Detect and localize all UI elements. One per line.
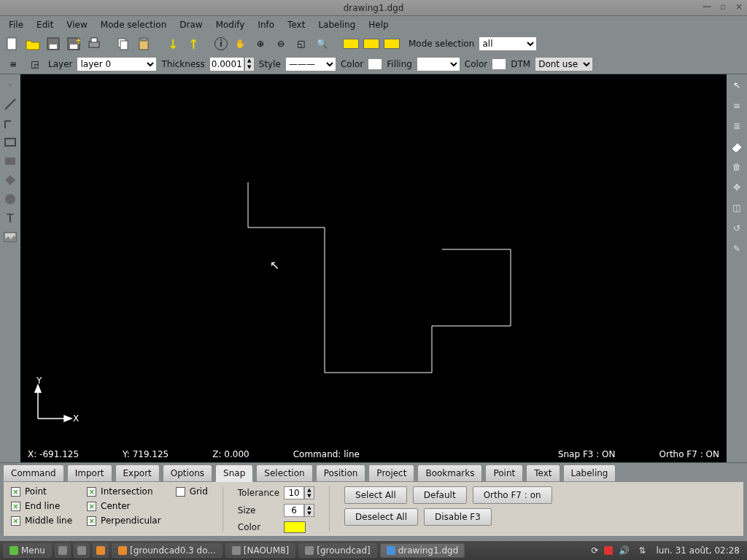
- snap-perpendicular-checkbox[interactable]: ×Perpendicular: [87, 516, 161, 526]
- diamond-tool-icon[interactable]: [2, 172, 18, 188]
- size-input[interactable]: [284, 504, 304, 517]
- rect-outline-tool-icon[interactable]: [2, 134, 18, 150]
- image-tool-icon[interactable]: [2, 229, 18, 245]
- taskbar-item-1[interactable]: [NAOUM8]: [225, 543, 296, 558]
- size-up[interactable]: ▲: [305, 505, 314, 510]
- tab-options[interactable]: Options: [163, 464, 212, 481]
- zoom-extents-icon[interactable]: ◱: [293, 36, 309, 52]
- taskbar-item-0[interactable]: [groundcad0.3 do...: [112, 543, 222, 558]
- thickness-up[interactable]: ▲: [245, 58, 254, 64]
- tab-snap[interactable]: Snap: [215, 464, 253, 482]
- menu-info[interactable]: Info: [252, 18, 280, 32]
- color-swatch[interactable]: [368, 58, 382, 70]
- tab-command[interactable]: Command: [3, 464, 64, 481]
- tab-import[interactable]: Import: [67, 464, 112, 481]
- quicklaunch-firefox-icon[interactable]: [93, 543, 109, 558]
- redo-icon[interactable]: ↑: [185, 36, 201, 52]
- snap-endline-checkbox[interactable]: ×End line: [11, 501, 72, 511]
- print-icon[interactable]: [86, 36, 102, 52]
- tolerance-down[interactable]: ▼: [305, 493, 314, 499]
- disable-f3-button[interactable]: Disable F3: [424, 508, 492, 526]
- layers-icon[interactable]: ≡: [729, 98, 745, 114]
- menu-mode-selection[interactable]: Mode selection: [95, 18, 172, 32]
- style-dropdown[interactable]: ———: [285, 57, 336, 71]
- layer-dropdown[interactable]: layer 0: [77, 57, 157, 71]
- rotate-icon[interactable]: ↺: [729, 220, 745, 236]
- taskbar-item-2[interactable]: [groundcad]: [298, 543, 376, 558]
- copy-icon[interactable]: [115, 36, 131, 52]
- circle-tool-icon[interactable]: [2, 191, 18, 207]
- select-arrow-icon[interactable]: ↖: [729, 77, 745, 93]
- zoom-out-icon[interactable]: ⊖: [273, 36, 289, 52]
- fill-color-swatch[interactable]: [492, 58, 506, 70]
- trash-icon[interactable]: 🗑: [729, 159, 745, 175]
- menu-draw[interactable]: Draw: [174, 18, 208, 32]
- size-down[interactable]: ▼: [305, 510, 314, 516]
- filling-dropdown[interactable]: [417, 57, 460, 71]
- tab-project[interactable]: Project: [368, 464, 414, 481]
- ruler3-icon[interactable]: [384, 39, 400, 49]
- ruler2-icon[interactable]: [363, 39, 379, 49]
- open-icon[interactable]: [25, 36, 41, 52]
- menu-modify[interactable]: Modify: [210, 18, 251, 32]
- line-tool-icon[interactable]: [2, 96, 18, 112]
- maximize-button[interactable]: ▫: [718, 1, 728, 12]
- minimize-button[interactable]: —: [702, 1, 712, 12]
- polyline-tool-icon[interactable]: [2, 115, 18, 131]
- zoom-window-icon[interactable]: 🔍: [314, 36, 330, 52]
- ruler1-icon[interactable]: [343, 39, 359, 49]
- measure-icon[interactable]: ✎: [729, 241, 745, 257]
- move-icon[interactable]: ✥: [729, 179, 745, 195]
- snap-grid-checkbox[interactable]: Grid: [176, 486, 208, 497]
- tab-position[interactable]: Position: [316, 464, 366, 481]
- layer-icon[interactable]: ◲: [26, 57, 44, 71]
- stack-icon[interactable]: ≣: [729, 118, 745, 134]
- tab-text[interactable]: Text: [526, 464, 560, 481]
- ortho-toggle-button[interactable]: Ortho F7 : on: [473, 486, 552, 504]
- mode-selection-dropdown[interactable]: all: [479, 36, 537, 51]
- taskbar-item-3[interactable]: drawing1.dgd: [380, 543, 465, 558]
- start-menu-button[interactable]: Menu: [3, 543, 52, 558]
- tab-bookmarks[interactable]: Bookmarks: [417, 464, 482, 481]
- tab-labeling[interactable]: Labeling: [563, 464, 616, 481]
- snap-color-swatch[interactable]: [284, 521, 306, 533]
- thickness-down[interactable]: ▼: [245, 64, 254, 71]
- tray-update-icon[interactable]: ⟳: [588, 545, 601, 556]
- eraser-icon[interactable]: [729, 139, 745, 155]
- list-icon[interactable]: ≡: [4, 57, 22, 71]
- tray-volume-icon[interactable]: 🔊: [616, 545, 632, 556]
- text-tool-icon[interactable]: T: [2, 210, 18, 226]
- selection-rect-icon[interactable]: ◫: [729, 200, 745, 216]
- snap-middleline-checkbox[interactable]: ×Middle line: [11, 516, 72, 526]
- tolerance-up[interactable]: ▲: [305, 487, 314, 493]
- new-icon[interactable]: [4, 36, 20, 52]
- menu-labeling[interactable]: Labeling: [312, 18, 361, 32]
- menu-help[interactable]: Help: [363, 18, 394, 32]
- thickness-input[interactable]: [209, 57, 244, 71]
- close-button[interactable]: ×: [734, 1, 744, 12]
- tray-shield-icon[interactable]: [604, 546, 613, 555]
- snap-point-checkbox[interactable]: ×Point: [11, 486, 72, 497]
- dtm-dropdown[interactable]: Dont use: [535, 57, 593, 71]
- menu-view[interactable]: View: [61, 18, 93, 32]
- tray-clock[interactable]: lun. 31 août, 02:28: [652, 545, 744, 556]
- select-all-button[interactable]: Select All: [344, 486, 407, 504]
- save-as-icon[interactable]: +: [66, 36, 82, 52]
- rect-fill-tool-icon[interactable]: [2, 153, 18, 169]
- zoom-in-icon[interactable]: ⊕: [252, 36, 268, 52]
- save-icon[interactable]: [45, 36, 61, 52]
- pan-icon[interactable]: ✋: [232, 36, 248, 52]
- quicklaunch-terminal-icon[interactable]: [55, 543, 71, 558]
- paste-icon[interactable]: [136, 36, 152, 52]
- menu-text[interactable]: Text: [282, 18, 311, 32]
- tolerance-input[interactable]: [284, 486, 304, 499]
- menu-edit[interactable]: Edit: [31, 18, 59, 32]
- tray-network-icon[interactable]: ⇅: [635, 545, 649, 556]
- tab-export[interactable]: Export: [115, 464, 160, 481]
- tab-point[interactable]: Point: [485, 464, 523, 481]
- info-icon[interactable]: i: [214, 37, 228, 50]
- default-button[interactable]: Default: [413, 486, 467, 504]
- tab-selection[interactable]: Selection: [256, 464, 312, 481]
- drawing-canvas[interactable]: Y X ↖: [20, 74, 727, 446]
- quicklaunch-files-icon[interactable]: [74, 543, 90, 558]
